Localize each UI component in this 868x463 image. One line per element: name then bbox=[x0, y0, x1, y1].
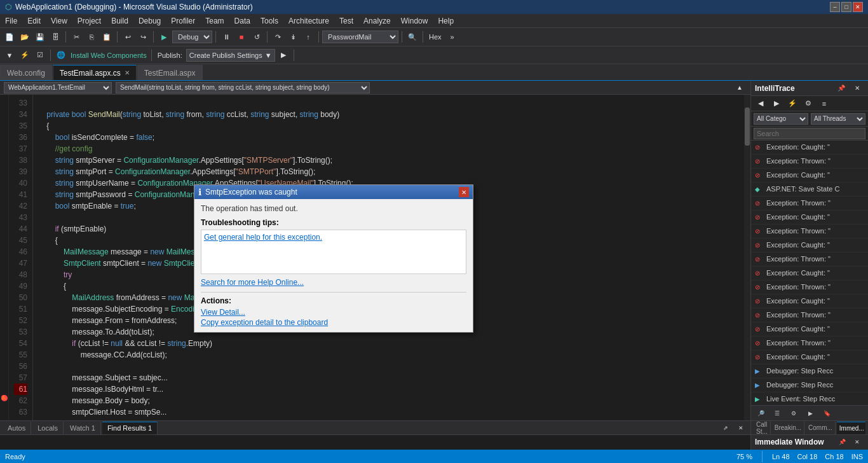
it-forward-button[interactable]: ▶ bbox=[770, 97, 783, 111]
menu-test[interactable]: Test bbox=[334, 14, 358, 27]
class-dropdown[interactable]: WebApplication1.TestEmail bbox=[4, 82, 112, 93]
threads-filter[interactable]: All Threads bbox=[811, 113, 865, 125]
undo-button[interactable]: ↩ bbox=[121, 30, 135, 44]
tab-callstack[interactable]: Call St... bbox=[754, 422, 771, 434]
publish-go-button[interactable]: ▶ bbox=[276, 48, 290, 62]
it-l-icon-4[interactable]: ▶ bbox=[803, 406, 817, 420]
debug-mode-combo[interactable]: Debug bbox=[172, 31, 212, 43]
find-button[interactable]: 🔍 bbox=[405, 30, 419, 44]
tab-breakpoints[interactable]: Breakin... bbox=[772, 422, 804, 434]
it-item-13[interactable]: ⊘ Exception: Thrown: " bbox=[751, 308, 868, 322]
menu-file[interactable]: File bbox=[0, 14, 22, 27]
project-combo[interactable]: PasswordMail bbox=[322, 31, 398, 43]
maximize-button[interactable]: □ bbox=[841, 2, 851, 12]
editor-scrollbar-thumb[interactable] bbox=[745, 107, 750, 146]
menu-tools[interactable]: Tools bbox=[255, 14, 283, 27]
exception-search-link[interactable]: Search for more Help Online... bbox=[201, 278, 466, 287]
it-item-2[interactable]: ⊘ Exception: Thrown: " bbox=[751, 155, 868, 169]
minimize-button[interactable]: – bbox=[830, 2, 840, 12]
it-item-5[interactable]: ⊘ Exception: Thrown: " bbox=[751, 197, 868, 211]
imm-pin-button[interactable]: 📌 bbox=[835, 435, 849, 449]
menu-profiler[interactable]: Profiler bbox=[166, 14, 200, 27]
it-more-button[interactable]: ≡ bbox=[817, 97, 831, 111]
redo-button[interactable]: ↪ bbox=[136, 30, 150, 44]
it-settings-button[interactable]: ⚙ bbox=[801, 97, 815, 111]
it-l-icon-1[interactable]: 🔎 bbox=[754, 406, 768, 420]
exception-tips-scrollable[interactable]: Get general help for this exception. bbox=[201, 230, 466, 274]
close-button[interactable]: ✕ bbox=[853, 2, 863, 12]
collapse-button[interactable]: ▲ bbox=[733, 81, 747, 95]
pause-button[interactable]: ⏸ bbox=[219, 30, 233, 44]
tab-command[interactable]: Comm... bbox=[806, 422, 836, 434]
exception-dialog-close-button[interactable]: ✕ bbox=[459, 187, 469, 197]
tab-watch1[interactable]: Watch 1 bbox=[65, 422, 101, 434]
menu-edit[interactable]: Edit bbox=[22, 14, 46, 27]
exception-tips-link[interactable]: Get general help for this exception. bbox=[204, 233, 463, 242]
tab-testemail-cs[interactable]: TestEmail.aspx.cs ✕ bbox=[53, 65, 137, 80]
it-item-14[interactable]: ⊘ Exception: Caught: " bbox=[751, 322, 868, 336]
menu-view[interactable]: View bbox=[46, 14, 72, 27]
menu-project[interactable]: Project bbox=[72, 14, 106, 27]
paste-button[interactable]: 📋 bbox=[100, 30, 114, 44]
open-button[interactable]: 📂 bbox=[18, 30, 32, 44]
tab-webconfig[interactable]: Web.config bbox=[0, 65, 52, 80]
toolbar-r2-2[interactable]: ⚡ bbox=[18, 48, 32, 62]
bottom-float-button[interactable]: ⇗ bbox=[719, 421, 733, 435]
it-item-9[interactable]: ⊘ Exception: Thrown: " bbox=[751, 252, 868, 266]
it-l-icon-2[interactable]: ☰ bbox=[770, 406, 784, 420]
it-item-7[interactable]: ⊘ Exception: Thrown: " bbox=[751, 225, 868, 238]
menu-analyze[interactable]: Analyze bbox=[358, 14, 396, 27]
save-button[interactable]: 💾 bbox=[33, 30, 47, 44]
copy-button[interactable]: ⎘ bbox=[85, 30, 98, 44]
it-item-12[interactable]: ⊘ Exception: Caught: " bbox=[751, 294, 868, 308]
it-debug-button[interactable]: ⚡ bbox=[785, 97, 799, 111]
stop-button[interactable]: ■ bbox=[234, 30, 248, 44]
step-out-button[interactable]: ↑ bbox=[301, 30, 315, 44]
bottom-close-button[interactable]: ✕ bbox=[734, 421, 748, 435]
it-l-icon-5[interactable]: 🔖 bbox=[820, 406, 834, 420]
start-debug-button[interactable]: ▶ bbox=[157, 30, 171, 44]
it-item-16[interactable]: ⊘ Exception: Caught: " bbox=[751, 350, 868, 364]
create-publish-settings-button[interactable]: Create Publish Settings ▼ bbox=[186, 49, 275, 62]
it-item-19[interactable]: ▶ Live Event: Step Recc bbox=[751, 392, 868, 405]
exception-copy-link[interactable]: Copy exception detail to the clipboard bbox=[201, 318, 466, 327]
it-item-3[interactable]: ⊘ Exception: Caught: " bbox=[751, 169, 868, 183]
exception-view-detail-link[interactable]: View Detail... bbox=[201, 308, 466, 317]
menu-debug[interactable]: Debug bbox=[133, 14, 166, 27]
it-item-10[interactable]: ⊘ Exception: Caught: " bbox=[751, 266, 868, 280]
new-project-button[interactable]: 📄 bbox=[3, 30, 17, 44]
tab-find-results-1[interactable]: Find Results 1 bbox=[102, 422, 158, 434]
it-item-18[interactable]: ▶ Debugger: Step Recc bbox=[751, 378, 868, 392]
it-item-15[interactable]: ⊘ Exception: Thrown: " bbox=[751, 336, 868, 350]
category-filter[interactable]: All Catego bbox=[754, 113, 808, 125]
tab-immediate[interactable]: Immed... bbox=[837, 422, 865, 434]
step-over-button[interactable]: ↷ bbox=[271, 30, 285, 44]
tab-autos[interactable]: Autos bbox=[3, 422, 31, 434]
it-item-11[interactable]: ⊘ Exception: Thrown: " bbox=[751, 280, 868, 294]
more-button[interactable]: » bbox=[445, 30, 459, 44]
it-close-button[interactable]: ✕ bbox=[850, 81, 864, 95]
tab-locals[interactable]: Locals bbox=[32, 422, 64, 434]
imm-close-button[interactable]: ✕ bbox=[850, 435, 864, 449]
menu-help[interactable]: Help bbox=[433, 14, 459, 27]
step-into-button[interactable]: ↡ bbox=[286, 30, 300, 44]
it-back-button[interactable]: ◀ bbox=[754, 97, 768, 111]
it-item-17[interactable]: ▶ Debugger: Step Recc bbox=[751, 364, 868, 378]
menu-build[interactable]: Build bbox=[106, 14, 133, 27]
cut-button[interactable]: ✂ bbox=[69, 30, 83, 44]
it-pin-button[interactable]: 📌 bbox=[834, 81, 848, 95]
method-dropdown[interactable]: SendMail(string toList, string from, str… bbox=[116, 82, 370, 93]
toolbar-r2-3[interactable]: ☑ bbox=[33, 48, 47, 62]
menu-team[interactable]: Team bbox=[200, 14, 229, 27]
it-l-icon-3[interactable]: ⚙ bbox=[787, 406, 801, 420]
menu-architecture[interactable]: Architecture bbox=[283, 14, 334, 27]
editor-scrollbar[interactable] bbox=[744, 95, 750, 420]
it-item-6[interactable]: ⊘ Exception: Caught: " bbox=[751, 211, 868, 225]
install-web-components-link[interactable]: Install Web Components bbox=[69, 52, 148, 59]
it-item-4[interactable]: ◆ ASP.NET: Save State C bbox=[751, 183, 868, 197]
tab-testemail-aspx[interactable]: TestEmail.aspx bbox=[137, 65, 203, 80]
save-all-button[interactable]: 🗄 bbox=[48, 30, 62, 44]
it-item-1[interactable]: ⊘ Exception: Caught: " bbox=[751, 141, 868, 155]
menu-data[interactable]: Data bbox=[229, 14, 255, 27]
intellitrace-search-input[interactable] bbox=[754, 128, 865, 139]
